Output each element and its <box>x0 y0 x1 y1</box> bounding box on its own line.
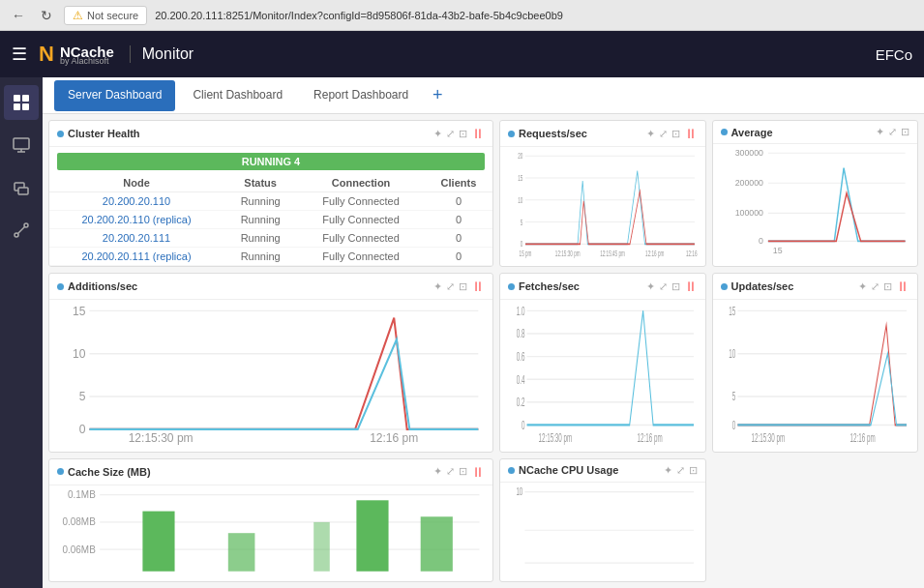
svg-text:15: 15 <box>729 304 735 317</box>
pin-icon[interactable]: ✦ <box>646 128 655 140</box>
ncache-cpu-panel: NCache CPU Usage ✦ ⤢ ⊡ 10 <box>499 458 706 582</box>
sidebar-icon-monitor[interactable] <box>4 128 39 162</box>
panel-tools: ✦ ⤢ ⊡ <box>646 128 680 140</box>
panel-dot <box>721 283 728 290</box>
additions-chart-area: 15 10 5 0 12:15:30 pm 12:16 pm <box>49 300 492 451</box>
app-header: ☰ N NCache by Alachisoft Monitor EFCo <box>0 31 924 77</box>
requests-header: Requests/sec ✦ ⤢ ⊡ ⏸ <box>500 121 705 147</box>
panel-tools: ✦ ⤢ ⊡ <box>646 280 680 293</box>
svg-text:0.2: 0.2 <box>517 396 525 409</box>
tab-server-dashboard[interactable]: Server Dashboard <box>54 80 175 111</box>
status-cell: Running <box>224 211 297 229</box>
pause-button[interactable]: ⏸ <box>471 279 485 294</box>
pin-icon[interactable]: ✦ <box>433 280 442 293</box>
pin-icon[interactable]: ✦ <box>858 280 867 293</box>
tabs-bar: Server Dashboard Client Dashboard Report… <box>43 77 924 114</box>
requests-chart: 20 15 10 5 0 15 pm 12:15:30 pm 12:15:45 … <box>508 151 698 261</box>
pause-button[interactable]: ⏸ <box>471 464 485 480</box>
average-title: Average <box>731 127 873 138</box>
expand-icon[interactable]: ⤢ <box>888 126 897 138</box>
maximize-icon[interactable]: ⊡ <box>671 280 680 293</box>
svg-text:300000: 300000 <box>734 148 762 158</box>
svg-text:12:16 pm: 12:16 pm <box>638 431 663 445</box>
cache-size-header: Cache Size (MB) ✦ ⤢ ⊡ ⏸ <box>49 459 492 485</box>
requests-legend: 20.200.20.111 20.200.20.110 <box>500 265 705 267</box>
panel-tools: ✦ ⤢ ⊡ <box>876 126 909 138</box>
svg-text:0: 0 <box>731 418 735 431</box>
expand-icon[interactable]: ⤢ <box>659 280 668 293</box>
expand-icon[interactable]: ⤢ <box>446 128 455 140</box>
panel-dot <box>508 467 515 474</box>
panel-dot <box>508 131 515 137</box>
maximize-icon[interactable]: ⊡ <box>883 280 892 293</box>
svg-rect-77 <box>228 533 255 572</box>
security-label: Not secure <box>87 10 138 21</box>
status-cell: Running <box>224 192 297 211</box>
maximize-icon[interactable]: ⊡ <box>901 126 909 138</box>
fetches-chart-area: 1.0 0.8 0.6 0.4 0.2 0 12:15:30 pm 12:16 … <box>500 300 705 451</box>
tab-client-dashboard[interactable]: Client Dashboard <box>179 80 296 111</box>
address-bar[interactable]: 20.200.20.111:8251/Monitor/Index?configI… <box>155 10 916 21</box>
table-row: 20.200.20.111 Running Fully Connected 0 <box>49 229 492 248</box>
pin-icon[interactable]: ✦ <box>664 464 672 477</box>
fetches-legend: 20.200.20.111 20.200.20.110 <box>500 451 705 453</box>
expand-icon[interactable]: ⤢ <box>446 465 455 478</box>
node-cell: 20.200.20.110 (replica) <box>49 211 224 229</box>
svg-point-11 <box>24 223 28 227</box>
add-tab-button[interactable]: + <box>426 84 449 107</box>
svg-text:0.1MB: 0.1MB <box>68 489 96 500</box>
additions-title: Additions/sec <box>68 280 430 292</box>
svg-rect-76 <box>142 511 174 571</box>
cluster-health-panel: Cluster Health ✦ ⤢ ⊡ ⏸ RUNNING 4 Node St… <box>48 120 493 267</box>
sidebar-icon-tools[interactable] <box>4 213 39 248</box>
tab-report-dashboard[interactable]: Report Dashboard <box>300 80 422 111</box>
pause-button[interactable]: ⏸ <box>684 279 698 294</box>
ncache-cpu-chart: 10 <box>508 486 698 573</box>
pause-button[interactable]: ⏸ <box>896 279 909 294</box>
pin-icon[interactable]: ✦ <box>433 465 442 478</box>
svg-rect-1 <box>22 95 29 102</box>
additions-legend: 20.200.20.111 20.200.20.110 <box>49 451 492 453</box>
dashboard-grid: Cluster Health ✦ ⤢ ⊡ ⏸ RUNNING 4 Node St… <box>43 114 924 588</box>
pause-button[interactable]: ⏸ <box>471 126 485 141</box>
col-clients: Clients <box>425 174 492 192</box>
ncache-cpu-header: NCache CPU Usage ✦ ⤢ ⊡ <box>500 459 705 483</box>
cluster-health-title: Cluster Health <box>68 128 430 139</box>
clients-cell: 0 <box>425 192 492 211</box>
pause-button[interactable]: ⏸ <box>684 126 698 141</box>
svg-rect-8 <box>18 188 28 194</box>
refresh-button[interactable]: ↻ <box>37 4 56 27</box>
maximize-icon[interactable]: ⊡ <box>671 128 680 140</box>
expand-icon[interactable]: ⤢ <box>659 128 668 140</box>
node-cell: 20.200.20.111 (replica) <box>49 248 224 266</box>
maximize-icon[interactable]: ⊡ <box>689 464 698 477</box>
clients-cell: 0 <box>425 248 492 266</box>
updates-title: Updates/sec <box>731 280 855 292</box>
svg-point-10 <box>15 233 18 237</box>
maximize-icon[interactable]: ⊡ <box>459 280 467 293</box>
col-node: Node <box>49 174 224 192</box>
sidebar <box>0 77 43 588</box>
panel-tools: ✦ ⤢ ⊡ <box>433 465 467 478</box>
svg-text:12:16 pm: 12:16 pm <box>645 248 664 258</box>
warning-icon: ⚠ <box>73 9 83 22</box>
sidebar-icon-client[interactable] <box>4 170 39 205</box>
svg-text:20: 20 <box>518 151 522 162</box>
svg-text:200000: 200000 <box>734 178 762 188</box>
pin-icon[interactable]: ✦ <box>433 128 442 140</box>
expand-icon[interactable]: ⤢ <box>676 464 685 477</box>
expand-icon[interactable]: ⤢ <box>871 280 879 293</box>
sidebar-icon-dashboard[interactable] <box>4 85 39 120</box>
table-row: 20.200.20.110 Running Fully Connected 0 <box>49 192 492 211</box>
panel-dot <box>721 129 728 135</box>
svg-text:10: 10 <box>516 486 522 497</box>
menu-button[interactable]: ☰ <box>12 44 27 65</box>
expand-icon[interactable]: ⤢ <box>446 280 455 293</box>
pin-icon[interactable]: ✦ <box>876 126 884 138</box>
pin-icon[interactable]: ✦ <box>646 280 655 293</box>
back-button[interactable]: ← <box>8 4 29 27</box>
maximize-icon[interactable]: ⊡ <box>459 128 467 140</box>
svg-text:5: 5 <box>79 390 86 404</box>
cache-size-chart-area: 0.1MB 0.08MB 0.06MB <box>49 485 492 580</box>
maximize-icon[interactable]: ⊡ <box>459 465 467 478</box>
